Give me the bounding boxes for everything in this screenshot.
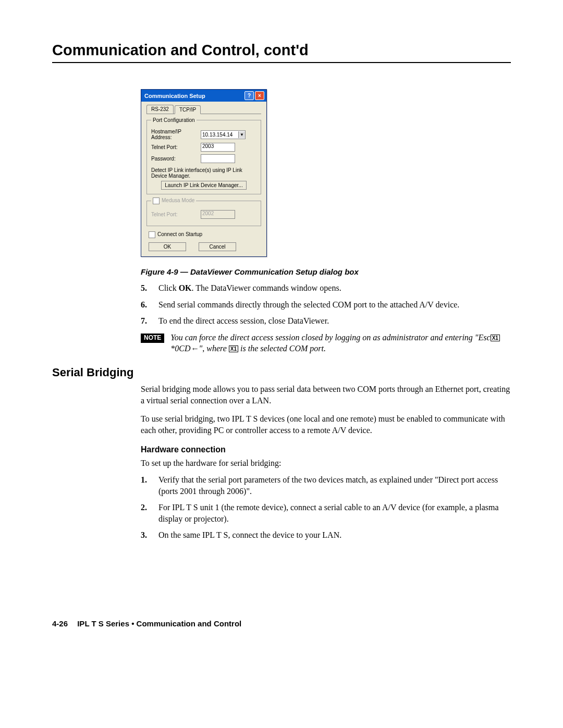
close-icon[interactable]: × xyxy=(255,91,264,100)
note-text: You can force the direct access session … xyxy=(170,332,511,354)
step-5: 5. Click OK. The DataViewer commands win… xyxy=(141,282,511,294)
page-footer: 4-26 IPL T S Series • Communication and … xyxy=(52,619,241,628)
launch-device-manager-button[interactable]: Launch IP Link Device Manager... xyxy=(161,181,246,190)
hw-step-1: 1. Verify that the serial port parameter… xyxy=(141,474,511,497)
connect-startup-checkbox[interactable] xyxy=(149,231,155,238)
chevron-down-icon[interactable]: ▼ xyxy=(238,131,245,138)
telnet-label: Telnet Port: xyxy=(151,144,201,150)
hw-intro: To set up the hardware for serial bridgi… xyxy=(141,458,511,469)
port-config-legend: Port Configuration xyxy=(151,117,197,123)
x1-icon-2: X1 xyxy=(229,346,238,352)
serial-p1: Serial bridging mode allows you to pass … xyxy=(141,384,511,406)
step-7: 7. To end the direct access session, clo… xyxy=(141,315,511,327)
page-number: 4-26 xyxy=(52,619,68,628)
password-input[interactable] xyxy=(201,154,235,163)
serial-p2: To use serial bridging, two IPL T S devi… xyxy=(141,413,511,436)
dialog-titlebar: Communication Setup ? × xyxy=(141,90,266,102)
hardware-connection-heading: Hardware connection xyxy=(141,445,511,454)
tabs: RS-232 TCP/IP xyxy=(146,105,261,114)
tab-rs232[interactable]: RS-232 xyxy=(146,105,174,114)
password-label: Password: xyxy=(151,156,201,162)
connect-startup-label: Connect on Startup xyxy=(157,231,202,237)
note-badge: NOTE xyxy=(141,334,164,343)
note-block: NOTE You can force the direct access ses… xyxy=(141,332,511,354)
port-configuration-group: Port Configuration Hostname/IP Address: … xyxy=(146,117,261,194)
ok-button[interactable]: OK xyxy=(149,242,186,251)
medusa-mode-group: Medusa Mode Telnet Port: 2002 xyxy=(146,198,261,226)
step-6: 6. Send serial commands directly through… xyxy=(141,299,511,311)
detect-text: Detect IP Link interface(s) using IP Lin… xyxy=(151,167,256,179)
dialog-title: Communication Setup xyxy=(144,93,205,99)
x1-icon: X1 xyxy=(491,335,500,341)
telnet-input[interactable]: 2003 xyxy=(201,143,235,152)
hw-step-3: 3. On the same IPL T S, connect the devi… xyxy=(141,529,511,541)
medusa-legend: Medusa Mode xyxy=(151,198,196,204)
page-title: Communication and Control, cont'd xyxy=(52,42,511,63)
medusa-telnet-input: 2002 xyxy=(201,210,235,219)
footer-text: IPL T S Series • Communication and Contr… xyxy=(77,619,241,628)
figure-caption: Figure 4-9 — DataViewer Communication Se… xyxy=(141,267,511,276)
hostname-value: 10.13.154.14 xyxy=(202,132,232,138)
hostname-select[interactable]: 10.13.154.14 ▼ xyxy=(201,130,246,139)
tab-tcpip[interactable]: TCP/IP xyxy=(175,105,201,114)
medusa-telnet-label: Telnet Port: xyxy=(151,212,201,217)
cancel-button[interactable]: Cancel xyxy=(199,242,236,251)
medusa-checkbox[interactable] xyxy=(153,198,160,204)
communication-setup-dialog: Communication Setup ? × RS-232 TCP/IP Po… xyxy=(141,89,267,257)
hw-step-2: 2. For IPL T S unit 1 (the remote device… xyxy=(141,502,511,524)
help-icon[interactable]: ? xyxy=(244,91,254,100)
hostname-label: Hostname/IP Address: xyxy=(151,129,201,140)
serial-bridging-heading: Serial Bridging xyxy=(52,366,511,379)
